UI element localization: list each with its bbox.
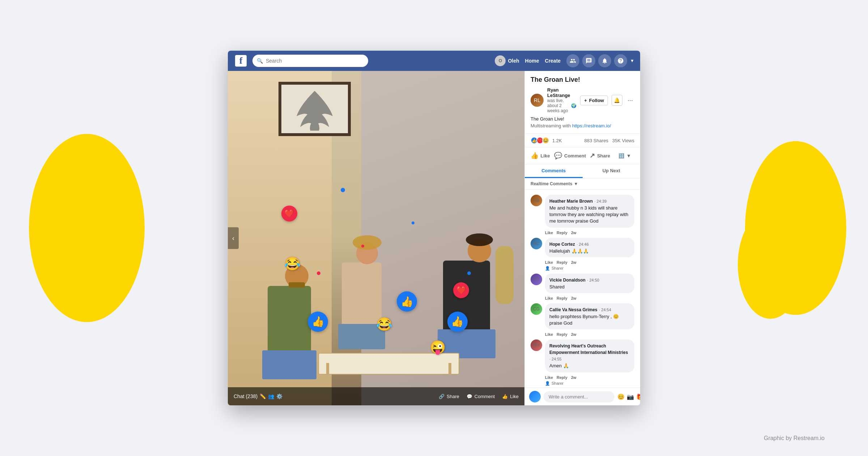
search-input[interactable] [266,58,364,64]
sharer-person-icon-6: 👤 [545,381,550,386]
nav-home[interactable]: Home [525,58,539,64]
restream-link[interactable]: https://restream.io/ [572,123,611,128]
more-btn-icon: 🔢 [618,153,624,159]
comment-time-ago-3: 2w [571,296,576,300]
person-right-head [468,239,491,262]
shares-views: 883 Shares 35K Views [584,138,634,143]
comment-time-ago-1: 2w [571,231,576,235]
tab-comments[interactable]: Comments [525,164,583,178]
comment-actions-3: Like Reply 2w [525,295,640,301]
comment-reply-3[interactable]: Reply [557,296,567,300]
comment-action-btn[interactable]: 💬 Comment [553,149,587,162]
comment-reply-4[interactable]: Reply [557,332,567,337]
gift-icon[interactable]: 🎁 [636,393,640,400]
nav-user[interactable]: O Oleh [495,55,519,66]
people-icon-btn[interactable] [566,54,579,67]
multistream-label: Multistreaming with https://restream.io/ [531,123,634,128]
messenger-icon-btn[interactable] [582,54,595,67]
comment-avatar-4: CG [531,303,542,315]
comment-item-5: RH Revolving Heart's Outreach Empowermen… [525,337,640,374]
comment-text-5: Amen 🙏 [549,363,630,369]
comment-actions-1: Like Reply 2w [525,230,640,236]
notifications-icon-btn[interactable] [598,54,611,67]
edit-icon[interactable]: ✏️ [260,393,266,399]
comment-item-2: HC Hope Cortez · 24:46 Hallelujah 🙏🙏🙏 [525,236,640,259]
comment-name-1[interactable]: Heather Marie Brown [549,199,593,204]
nav-create[interactable]: Create [545,58,561,64]
comment-reply-1[interactable]: Reply [557,231,567,235]
emoji-icon[interactable]: 😊 [617,393,625,400]
comment-name-4[interactable]: Callie Va Nessa Grimes [549,307,597,312]
right-panel: The Groan Live! RL Ryan LeStrange was li… [524,71,640,405]
poster-info: Ryan LeStrange was live. about 2 weeks a… [547,87,576,113]
realtime-chevron-icon[interactable]: ▼ [574,181,578,186]
nav-chevron-icon[interactable]: ▼ [630,58,634,63]
help-icon-btn[interactable] [614,54,627,67]
shares-count: 883 Shares [584,138,608,143]
post-description: The Groan Live! [531,116,634,122]
video-comment-btn[interactable]: 💬 Comment [467,394,495,399]
comment-time-ago-5: 2w [571,375,576,380]
comment-text-2: Hallelujah 🙏🙏🙏 [549,248,630,254]
table-leg-2 [448,363,451,374]
poster-row: RL Ryan LeStrange was live. about 2 week… [531,87,634,113]
input-action-icons: 😊 📷 🎁 ⌨ [617,393,640,400]
comment-time-2: · 24:46 [576,242,589,246]
notifications-bell-btn[interactable]: 🔔 [612,95,622,106]
comment-name-3[interactable]: Vickie Donaldson [549,278,586,283]
reaction-count: 1.2K [552,138,562,143]
nav-links: Home Create [525,58,561,64]
person-middle-silhouette [333,242,391,366]
search-icon: 🔍 [257,58,263,64]
notifications-icon [601,58,608,64]
comment-item-1: HB Heather Marie Brown · 24:39 Me and hu… [525,193,640,230]
react-haha-icon: 😂 [542,137,549,144]
comment-like-3[interactable]: Like [545,296,553,300]
comment-input[interactable] [544,391,614,402]
current-user-avatar [529,391,541,402]
poster-name[interactable]: Ryan LeStrange [547,87,576,98]
comment-bubble-1: Heather Marie Brown · 24:39 Me and hubby… [545,195,634,228]
comment-like-1[interactable]: Like [545,231,553,235]
comment-time-3: · 24:50 [587,278,599,282]
comment-name-2[interactable]: Hope Cortez [549,242,575,247]
comments-list[interactable]: HB Heather Marie Brown · 24:39 Me and hu… [525,190,640,388]
comment-bubble-5: Revolving Heart's Outreach Empowerment I… [545,339,634,372]
more-options-btn[interactable]: ··· [626,95,634,106]
video-share-btn[interactable]: 🔗 Share [439,394,459,399]
tab-upnext[interactable]: Up Next [583,164,641,178]
camera-icon[interactable]: 📷 [627,393,634,400]
video-bottom-bar: Chat (238) ✏️ 👥 ⚙️ 🔗 Share 💬 Comment [228,387,524,405]
follow-button[interactable]: + Follow [580,96,608,105]
video-like-btn[interactable]: 👍 Like [502,394,519,399]
comment-reply-2[interactable]: Reply [557,260,567,265]
comment-like-5[interactable]: Like [545,375,553,380]
like-action-btn[interactable]: 👍 Like [528,149,553,162]
comment-name-5[interactable]: Revolving Heart's Outreach Empowerment I… [549,343,628,355]
person-left-body [268,286,311,351]
comment-avatar-5: RH [531,339,542,351]
search-bar[interactable]: 🔍 [252,55,368,67]
comment-icon-video: 💬 [467,394,472,399]
clock-icon: 🌍 [571,103,576,108]
facebook-header: f 🔍 O Oleh Home Create [228,51,640,71]
comment-like-4[interactable]: Like [545,332,553,337]
comment-like-2[interactable]: Like [545,260,553,265]
people-small-icon: 👥 [268,393,274,399]
settings-icon[interactable]: ⚙️ [276,393,282,399]
video-nav-left[interactable]: ‹ [228,227,239,249]
comment-btn-icon: 💬 [554,152,562,160]
poster-meta: was live. about 2 weeks ago 🌍 [547,98,576,113]
bg-decoration-right-small [738,210,803,319]
comment-time-ago-4: 2w [571,332,576,337]
people-icon [570,58,576,64]
share-action-btn[interactable]: ↗ Share [587,149,612,162]
poster-avatar: RL [531,94,544,107]
more-action-btn[interactable]: 🔢 ▼ [612,149,637,162]
sharer-person-icon: 👤 [545,266,550,271]
views-count: 35K Views [612,138,634,143]
comment-reply-5[interactable]: Reply [557,375,567,380]
comment-actions-5: Like Reply 2w [525,375,640,380]
reaction-icons-row: 👍 ❤️ 😂 [531,137,549,144]
reactions-bar: 👍 ❤️ 😂 1.2K 883 Shares 35K Views [525,134,640,147]
